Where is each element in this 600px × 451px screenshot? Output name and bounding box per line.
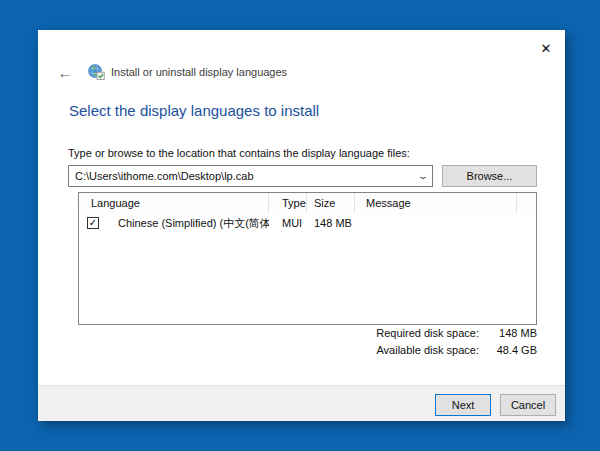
available-disk-space-value: 48.4 GB — [479, 344, 537, 356]
location-path-value[interactable]: C:\Users\ithome.com\Desktop\lp.cab — [69, 170, 414, 182]
required-disk-space-label: Required disk space: — [376, 327, 479, 339]
back-arrow-icon: ← — [58, 65, 73, 80]
size-cell: 148 MB — [307, 217, 355, 229]
close-icon: ✕ — [541, 41, 552, 56]
footer: Next Cancel — [38, 385, 565, 421]
languages-list: Language Type Size Message ✓ Chinese (Si… — [78, 192, 537, 325]
display-languages-globe-icon — [88, 64, 105, 80]
table-row[interactable]: ✓ Chinese (Simplified) (中文(简体)) MUI 148 … — [79, 213, 536, 233]
back-button[interactable]: ← — [55, 63, 75, 81]
required-disk-space-value: 148 MB — [479, 327, 537, 339]
language-cell: Chinese (Simplified) (中文(简体)) — [118, 216, 269, 231]
cancel-button[interactable]: Cancel — [500, 394, 556, 416]
next-button[interactable]: Next — [435, 394, 491, 416]
column-header-message[interactable]: Message — [355, 193, 517, 213]
close-button[interactable]: ✕ — [532, 35, 560, 61]
languages-list-header: Language Type Size Message — [79, 193, 536, 213]
column-header-language[interactable]: Language — [79, 193, 269, 213]
page-heading: Select the display languages to install — [69, 102, 319, 119]
chevron-down-icon[interactable]: ⌄ — [410, 172, 437, 181]
location-combobox[interactable]: C:\Users\ithome.com\Desktop\lp.cab ⌄ — [68, 165, 433, 187]
disk-space-summary: Required disk space: 148 MB Available di… — [376, 327, 537, 356]
location-label: Type or browse to the location that cont… — [68, 147, 410, 159]
browse-button[interactable]: Browse... — [442, 165, 537, 187]
column-header-filler — [517, 193, 536, 213]
available-disk-space-label: Available disk space: — [376, 344, 479, 356]
language-checkbox[interactable]: ✓ — [87, 217, 99, 229]
type-cell: MUI — [269, 217, 307, 229]
dialog-title: Install or uninstall display languages — [111, 66, 287, 78]
column-header-size[interactable]: Size — [307, 193, 355, 213]
column-header-type[interactable]: Type — [269, 193, 307, 213]
nav-row: ← Install or uninstall display languages — [55, 62, 287, 82]
install-languages-dialog: ✕ ← Install or uninstall display languag… — [38, 30, 565, 421]
checkmark-icon: ✓ — [89, 218, 97, 228]
